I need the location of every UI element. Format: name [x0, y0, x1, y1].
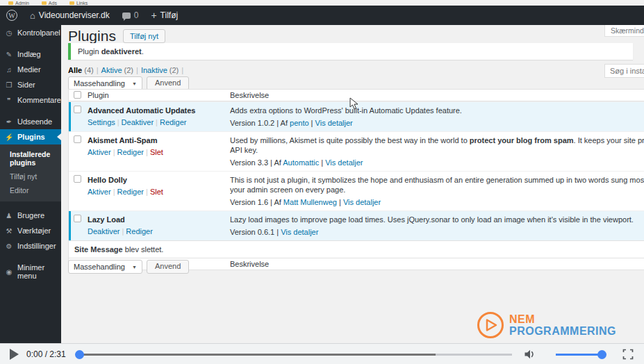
video-player-controls: 0:00 / 2:31 — [0, 343, 644, 364]
filter-inaktive[interactable]: Inaktive (2) — [141, 66, 179, 74]
meta-link[interactable]: Vis detaljer — [343, 198, 381, 206]
action-link-rediger[interactable]: Rediger — [160, 118, 187, 126]
meta-text: Version 1.6 | Af — [230, 198, 283, 206]
meta-link[interactable]: Vis detaljer — [315, 119, 353, 127]
filter-separator: | — [136, 66, 138, 74]
wordpress-logo-icon: W — [6, 10, 17, 21]
meta-link[interactable]: Vis detaljer — [281, 228, 318, 236]
meta-text: Version 0.6.1 | — [230, 228, 281, 236]
bookmark-folder[interactable]: Ads — [42, 1, 57, 6]
sidebar-item-kommentarer[interactable]: ❞Kommentarer — [0, 92, 61, 108]
seek-bar[interactable] — [78, 354, 512, 356]
pages-icon: ❐ — [5, 81, 13, 89]
action-link-rediger[interactable]: Rediger — [117, 188, 144, 196]
action-link-deaktiver[interactable]: Deaktiver — [122, 118, 154, 126]
plugin-name: Hello Dolly — [88, 175, 224, 185]
folder-icon — [69, 1, 74, 5]
sidebar-item-label: Sider — [17, 81, 35, 89]
action-link-rediger[interactable]: Rediger — [117, 148, 144, 156]
seek-bar-thumb[interactable] — [75, 350, 84, 359]
plugin-description: Lazy load images to improve page load ti… — [230, 215, 644, 224]
action-link-rediger[interactable]: Rediger — [126, 227, 153, 235]
filter-aktive[interactable]: Aktive (2) — [101, 66, 133, 74]
plugin-name: Lazy Load — [88, 215, 224, 224]
action-link-deaktiver[interactable]: Deaktiver — [88, 227, 119, 235]
plugin-action-links: Deaktiver|Rediger — [88, 226, 224, 236]
bookmark-label: Links — [76, 1, 88, 6]
meta-link[interactable]: pento — [290, 119, 309, 127]
volume-icon[interactable] — [523, 348, 536, 361]
sidebar-item-label: Udseende — [17, 117, 52, 126]
sidebar-item-kontrolpanel[interactable]: ◷Kontrolpanel — [0, 25, 61, 40]
bulk-action-select[interactable]: Massehandling ▼ — [68, 76, 142, 90]
sidebar-item-medier[interactable]: ♫Medier — [0, 62, 61, 77]
sidebar-item-minimer-menu[interactable]: ◉Minimer menu — [0, 260, 61, 283]
bookmark-folder[interactable]: Links — [69, 1, 88, 6]
sidebar-item-sider[interactable]: ❐Sider — [0, 77, 61, 92]
bookmark-label: Admin — [15, 1, 29, 6]
add-new-plugin-button[interactable]: Tilføj nyt — [123, 29, 165, 43]
plugin-row: Advanced Automatic UpdatesSettings|Deakt… — [69, 101, 644, 131]
deleted-plugin-name: Site Message — [74, 245, 123, 254]
select-all-checkbox[interactable] — [74, 91, 81, 99]
action-link-aktiver[interactable]: Aktiver — [88, 188, 111, 196]
new-content-menu[interactable]: + Tilføj — [145, 6, 184, 25]
action-link-slet[interactable]: Slet — [150, 188, 163, 196]
search-plugins-input[interactable] — [604, 64, 644, 78]
comment-count: 0 — [134, 10, 139, 20]
volume-slider[interactable] — [556, 354, 604, 356]
sidebar-item-label: Værktøjer — [17, 226, 51, 235]
sidebar-item-brugere[interactable]: ♟Brugere — [0, 208, 61, 223]
action-link-slet[interactable]: Slet — [150, 148, 163, 156]
bookmark-folder[interactable]: Admin — [8, 1, 29, 6]
sidebar-item-label: Indlæg — [17, 50, 41, 58]
meta-link[interactable]: Automattic — [283, 158, 319, 167]
users-icon: ♟ — [5, 212, 13, 220]
comments-icon: ❞ — [5, 97, 13, 104]
action-link-aktiver[interactable]: Aktiver — [88, 148, 111, 156]
notice-plugin-deactivated: Plugin deaktiveret. — [68, 43, 633, 60]
meta-text: Version 3.3 | Af — [230, 158, 283, 167]
bulk-action-select-bottom[interactable]: Massehandling ▼ — [68, 260, 142, 274]
wp-logo-menu[interactable]: W — [0, 6, 24, 25]
plugin-row: Lazy LoadDeaktiver|RedigerLazy load imag… — [69, 210, 644, 240]
sidebar-item-udseende[interactable]: ✒Udseende — [0, 114, 61, 129]
submenu-item-installerede-plugins[interactable]: Installerede plugins — [0, 147, 61, 169]
sidebar-item-indstillinger[interactable]: ⚙Indstillinger — [0, 238, 61, 254]
sidebar-item-plugins[interactable]: ⚡Plugins — [0, 129, 61, 144]
description-text: your admin screen on every page. — [230, 185, 345, 194]
submenu-item-tilf-j-nyt[interactable]: Tilføj nyt — [0, 169, 61, 183]
play-icon[interactable] — [10, 349, 19, 360]
site-name-menu[interactable]: ⌂ Videounderviser.dk — [24, 6, 116, 25]
apply-button-bottom[interactable]: Anvend — [147, 260, 189, 274]
plugin-row-checkbox[interactable] — [74, 175, 81, 183]
submenu-item-editor[interactable]: Editor — [0, 183, 61, 197]
bulk-action-selected-value-bottom: Massehandling — [74, 263, 125, 271]
plugin-row-checkbox[interactable] — [74, 135, 81, 143]
plugin-description: your admin screen on every page. — [230, 185, 644, 195]
nem-programmering-watermark: NEM PROGRAMMERING — [477, 311, 616, 339]
action-separator: | — [146, 188, 148, 196]
sidebar-item-indl-g[interactable]: ✎Indlæg — [0, 47, 61, 62]
description-text: API key. — [230, 146, 258, 154]
filter-count: (2) — [124, 66, 133, 74]
sidebar-item-v-rkt-jer[interactable]: ⚒Værktøjer — [0, 223, 61, 238]
fullscreen-icon[interactable] — [622, 349, 634, 360]
action-separator: | — [146, 148, 148, 156]
action-link-settings[interactable]: Settings — [88, 118, 115, 126]
filter-alle[interactable]: Alle (4) — [68, 66, 94, 74]
meta-link[interactable]: Matt Mullenweg — [283, 198, 337, 206]
screen-options-tab[interactable]: Skærmindstillinger — [604, 25, 644, 37]
plugin-status-filters: Alle (4)|Aktive (2)|Inaktive (2)| — [68, 66, 186, 74]
plugin-row-checkbox[interactable] — [74, 106, 81, 113]
meta-link[interactable]: Vis detaljer — [325, 158, 363, 167]
plus-icon: + — [151, 10, 156, 21]
volume-slider-thumb[interactable] — [597, 350, 606, 359]
comments-menu[interactable]: 0 — [116, 6, 145, 25]
apply-button[interactable]: Anvend — [147, 76, 189, 90]
plugin-row-checkbox[interactable] — [74, 215, 81, 222]
comment-bubble-icon — [122, 13, 131, 19]
home-icon: ⌂ — [30, 10, 35, 21]
settings-icon: ⚙ — [5, 242, 13, 250]
folder-icon — [42, 1, 47, 5]
